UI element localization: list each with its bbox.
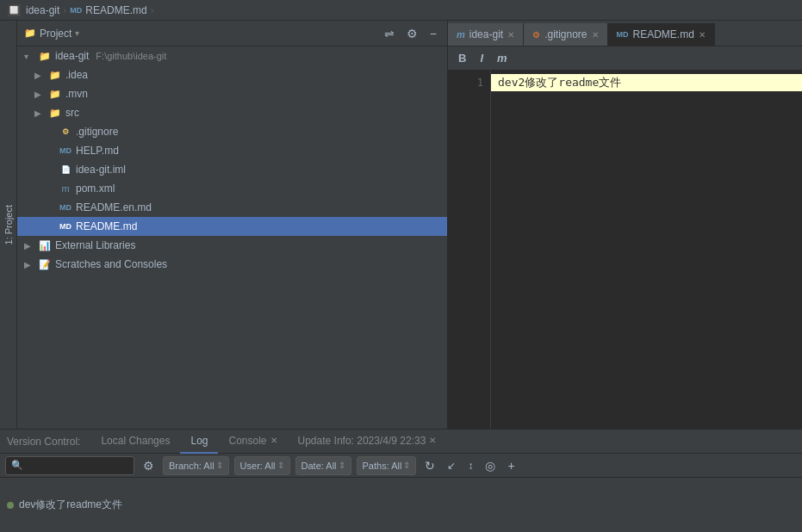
branch-filter-label: Branch: All <box>169 461 214 471</box>
tab-close-gitignore[interactable]: ✕ <box>592 30 599 40</box>
equalize-button[interactable]: ⇌ <box>381 25 398 42</box>
root-label: idea-git <box>55 50 89 62</box>
tab-update-info[interactable]: Update Info: 2023/4/9 22:33 ✕ <box>288 430 447 454</box>
gitignore-label: .gitignore <box>76 126 118 138</box>
pomxml-label: pom.xml <box>76 182 115 195</box>
line-numbers: 1 <box>448 71 491 429</box>
user-dropdown-icon: ⇕ <box>277 461 284 470</box>
line-content-1: dev2修改了readme文件 <box>498 75 621 90</box>
bottom-content: dev修改了readme文件 <box>0 478 802 532</box>
date-filter[interactable]: Date: All ⇕ <box>295 456 351 475</box>
iml-label: idea-git.iml <box>76 164 126 176</box>
paths-filter[interactable]: Paths: All ⇕ <box>357 456 417 475</box>
tab-label-gitignore: .gitignore <box>544 28 587 40</box>
bold-button[interactable]: B <box>455 50 469 66</box>
folder-icon: 📁 <box>24 28 36 39</box>
editor-panel: m idea-git ✕ ⚙ .gitignore ✕ MD README.md… <box>448 21 802 429</box>
tab-console[interactable]: Console ✕ <box>218 430 287 454</box>
add-button[interactable]: + <box>504 457 518 474</box>
tree-item-mvn[interactable]: ▶ 📁 .mvn <box>17 84 447 103</box>
expand-arrow-extlibs: ▶ <box>24 241 34 251</box>
root-folder-icon: 📁 <box>38 51 52 62</box>
tab-log[interactable]: Log <box>180 430 218 454</box>
tab-readmemd[interactable]: MD README.md ✕ <box>608 23 715 46</box>
app-icon: 🔲 <box>7 3 21 16</box>
scratches-label: Scratches and Consoles <box>55 258 167 270</box>
side-label-text: 1: Project <box>3 205 14 244</box>
tree-item-iml[interactable]: 📄 idea-git.iml <box>17 160 447 179</box>
readmeenmd-icon: MD <box>59 203 72 212</box>
tab-console-label: Console <box>228 435 266 447</box>
date-dropdown-icon: ⇕ <box>339 461 345 470</box>
tab-icon-m: m <box>457 29 465 40</box>
search-icon: 🔍 <box>11 460 23 471</box>
bottom-toolbar: 🔍 ⚙ Branch: All ⇕ User: All ⇕ Date: All … <box>0 454 802 478</box>
settings-button[interactable]: ⚙ <box>403 25 421 42</box>
minimize-button[interactable]: − <box>426 25 440 42</box>
tab-gitignore[interactable]: ⚙ .gitignore ✕ <box>524 23 607 46</box>
branch-filter[interactable]: Branch: All ⇕ <box>163 456 229 475</box>
editor-lines[interactable]: dev2修改了readme文件 <box>491 71 802 429</box>
tree-item-scratches[interactable]: ▶ 📝 Scratches and Consoles <box>17 255 447 274</box>
tab-local-changes[interactable]: Local Changes <box>90 430 180 454</box>
expand-arrow-scratches: ▶ <box>24 260 34 269</box>
dropdown-icon[interactable]: ▾ <box>75 28 79 38</box>
tree-item-readmeenmd[interactable]: MD README.en.md <box>17 198 447 217</box>
user-filter[interactable]: User: All ⇕ <box>234 456 290 475</box>
tree-item-gitignore[interactable]: ⚙ .gitignore <box>17 122 447 141</box>
version-control-label: Version Control: <box>7 436 80 448</box>
title-bar: 🔲 idea-git › MD README.md › <box>0 0 802 21</box>
expand-arrow-idea: ▶ <box>34 71 45 80</box>
tab-icon-git: ⚙ <box>532 30 540 40</box>
readmemd-icon: MD <box>59 222 72 231</box>
extlibs-label: External Libraries <box>55 239 135 251</box>
fetch-button[interactable]: ↙ <box>444 458 459 473</box>
editor-line-1: dev2修改了readme文件 <box>491 74 802 91</box>
app-name: idea-git <box>26 4 59 16</box>
italic-button[interactable]: I <box>476 50 487 66</box>
branch-dropdown-icon: ⇕ <box>216 461 223 470</box>
push-button[interactable]: ↕ <box>464 458 476 473</box>
tab-idea-git[interactable]: m idea-git ✕ <box>448 23 524 46</box>
readmemd-label: README.md <box>76 220 137 232</box>
mark-button[interactable]: m <box>494 50 511 66</box>
editor-toolbar: B I m <box>448 46 802 71</box>
tree-item-idea[interactable]: ▶ 📁 .idea <box>17 65 447 84</box>
src-label: src <box>65 107 79 119</box>
tree-item-helpmd[interactable]: MD HELP.md <box>17 141 447 160</box>
tree-root[interactable]: ▾ 📁 idea-git F:\github\idea-git <box>17 46 447 65</box>
bottom-tabs: Version Control: Local Changes Log Conso… <box>0 430 802 454</box>
panel-actions: ⇌ ⚙ − <box>381 25 440 42</box>
tree-item-extlibs[interactable]: ▶ 📊 External Libraries <box>17 236 447 255</box>
file-tree: ▾ 📁 idea-git F:\github\idea-git ▶ 📁 .ide… <box>17 46 447 429</box>
tab-console-close[interactable]: ✕ <box>270 436 277 445</box>
breadcrumb: idea-git › MD README.md › <box>26 4 154 16</box>
search-box: 🔍 <box>5 456 134 475</box>
tab-update-info-close[interactable]: ✕ <box>429 436 436 445</box>
expand-arrow-mvn: ▶ <box>34 90 45 99</box>
tab-label-idea-git: idea-git <box>469 28 503 40</box>
line-number-1: 1 <box>448 74 490 91</box>
tab-log-label: Log <box>190 435 208 447</box>
tree-item-src[interactable]: ▶ 📁 src <box>17 103 447 122</box>
refresh-button[interactable]: ↻ <box>421 457 438 474</box>
idea-label: .idea <box>65 69 88 81</box>
helpmd-icon: MD <box>59 146 72 155</box>
tab-close-readmemd[interactable]: ✕ <box>699 30 706 40</box>
expand-arrow: ▾ <box>24 52 34 61</box>
tree-item-pomxml[interactable]: m pom.xml <box>17 179 447 198</box>
view-button[interactable]: ◎ <box>482 457 499 474</box>
settings-icon-btn[interactable]: ⚙ <box>140 457 158 474</box>
expand-arrow-src: ▶ <box>34 108 45 118</box>
pomxml-icon: m <box>59 183 72 194</box>
tab-close-idea-git[interactable]: ✕ <box>507 30 514 40</box>
change-text: dev修改了readme文件 <box>19 498 122 512</box>
user-filter-label: User: All <box>240 461 276 471</box>
tab-label-readmemd: README.md <box>633 28 694 40</box>
root-path: F:\github\idea-git <box>96 51 166 61</box>
file-icon: MD <box>70 6 82 15</box>
paths-dropdown-icon: ⇕ <box>403 461 410 470</box>
panel-title-text: Project <box>40 28 71 40</box>
search-input[interactable] <box>27 461 130 471</box>
tree-item-readmemd[interactable]: MD README.md <box>17 217 447 236</box>
